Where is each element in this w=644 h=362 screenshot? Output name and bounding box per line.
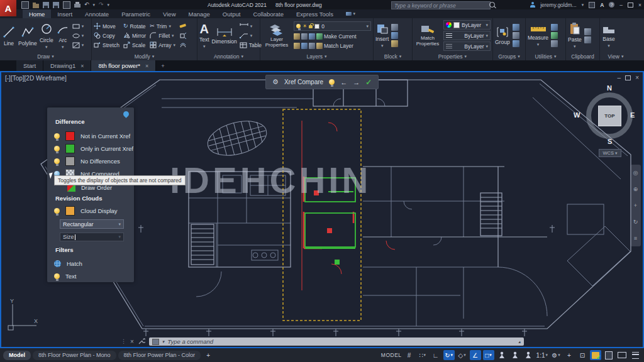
isolate-objects-icon[interactable]: ⊡ — [577, 350, 588, 360]
nav-wheel-icon[interactable]: ◎ — [633, 170, 638, 176]
utility-tool-icon[interactable] — [551, 24, 558, 31]
layer-tool-icon[interactable] — [316, 33, 323, 40]
copy-button[interactable]: Copy — [94, 31, 119, 40]
file-tab-start[interactable]: Start — [16, 60, 43, 71]
save-sheet-icon[interactable] — [603, 350, 614, 360]
layer-tool-icon[interactable] — [309, 43, 315, 49]
new-drawing-tab-button[interactable]: + — [156, 60, 170, 71]
qat-customize-icon[interactable]: ▾ — [108, 3, 110, 8]
zoom-icon[interactable]: + — [634, 202, 637, 209]
clean-screen-icon[interactable] — [616, 350, 628, 360]
redo-icon[interactable]: ↷ — [99, 2, 104, 8]
paste-button[interactable]: Paste ▾ — [568, 23, 582, 49]
offset-tool-icon[interactable] — [179, 41, 187, 49]
file-tab-drawing1[interactable]: Drawing1× — [43, 60, 91, 71]
tab-express-tools[interactable]: Express Tools — [290, 9, 340, 18]
clipboard-tool-icon[interactable] — [584, 36, 591, 43]
bulb-cloud-icon[interactable] — [54, 208, 60, 214]
close-icon[interactable]: × — [145, 63, 148, 69]
panel-label-utilities[interactable]: Utilities▾ — [526, 53, 565, 60]
text-button[interactable]: A Text ▾ — [199, 23, 209, 49]
command-history-icon[interactable] — [152, 339, 159, 345]
gear-icon[interactable]: ⚙ — [272, 78, 279, 86]
group-tool-icon[interactable] — [513, 32, 519, 39]
only-in-current-xref-row[interactable]: Only in Current Xref — [54, 143, 133, 153]
finish-compare-icon[interactable]: ✓ — [365, 78, 372, 87]
annotation-scale-value[interactable]: 1:1▾ — [536, 350, 548, 360]
tab-home[interactable]: Home — [23, 9, 51, 18]
not-in-current-xref-row[interactable]: Not in Current Xref — [54, 131, 130, 141]
command-input[interactable]: ▾ Type a command ▴ — [149, 337, 524, 346]
green-swatch[interactable] — [65, 144, 75, 153]
plot-icon[interactable] — [63, 1, 70, 9]
group-tool-icon[interactable] — [513, 24, 519, 31]
object-snap-toggle[interactable]: □▾ — [483, 350, 494, 360]
scale-button[interactable]: Scale — [123, 41, 146, 49]
object-snap-tracking-toggle[interactable]: ∠ — [470, 350, 481, 360]
panel-label-layers[interactable]: Layers▾ — [260, 53, 373, 60]
panel-label-clipboard[interactable]: Clipboard — [566, 53, 599, 60]
gray-swatch[interactable] — [65, 156, 75, 166]
next-difference-icon[interactable]: → — [353, 79, 360, 86]
tab-annotate[interactable]: Annotate — [79, 9, 115, 18]
layer-tool-icon[interactable] — [309, 33, 315, 40]
match-layer-button[interactable]: Match Layer — [324, 43, 353, 49]
trim-button[interactable]: ✂Trim▾ — [150, 22, 175, 30]
viewcube-top-face[interactable]: TOP — [598, 106, 621, 126]
text-filter-row[interactable]: Text — [54, 271, 76, 281]
undo-dropdown-icon[interactable]: ▾ — [93, 3, 96, 8]
chevron-down-icon[interactable]: ▾ — [62, 45, 64, 50]
minimize-drawing-button[interactable]: – — [618, 74, 621, 81]
tab-output[interactable]: Output — [216, 9, 247, 18]
insert-button[interactable]: Insert ▾ — [375, 23, 389, 48]
viewcube-west[interactable]: W — [574, 111, 580, 119]
ribbon-options-icon[interactable]: ▾ — [340, 9, 362, 18]
group-tool-icon[interactable] — [513, 40, 519, 47]
file-tab-8th-floor-power[interactable]: 8th floor power*× — [91, 60, 156, 71]
linetype-select[interactable]: ByLayer ▾ — [443, 41, 491, 51]
close-button[interactable]: × — [638, 2, 641, 8]
base-button[interactable]: Base ▾ — [602, 23, 616, 48]
panel-label-annotation[interactable]: Annotation▾ — [197, 53, 260, 60]
hatch-filter-row[interactable]: Hatch — [54, 258, 82, 268]
red-swatch[interactable] — [65, 131, 75, 141]
tab-parametric[interactable]: Parametric — [115, 9, 157, 18]
bulb-icon[interactable] — [54, 158, 60, 164]
viewcube-north[interactable]: N — [607, 84, 612, 92]
bulb-icon[interactable] — [54, 133, 60, 139]
layout-tab-mono[interactable]: 8th Floor Power Plan - Mono — [33, 351, 116, 360]
leader-icon[interactable]: ▾ — [240, 31, 262, 40]
close-icon[interactable]: × — [80, 63, 84, 69]
orbit-icon[interactable]: ↻ — [633, 219, 638, 225]
wcs-menu[interactable]: WCS▾ — [599, 149, 621, 157]
panel-label-view[interactable]: View▾ — [600, 53, 631, 60]
new-file-icon[interactable] — [21, 1, 29, 9]
tab-collaborate[interactable]: Collaborate — [247, 9, 290, 18]
block-tool-icon[interactable] — [391, 24, 398, 31]
user-dropdown-icon[interactable]: ▾ — [582, 3, 584, 8]
layer-tool-icon[interactable] — [294, 33, 300, 40]
polar-tracking-toggle[interactable]: ↻▾ — [443, 350, 455, 360]
tab-view[interactable]: View — [157, 9, 182, 18]
ellipse-tool-icon[interactable]: ▾ — [72, 31, 84, 40]
tab-insert[interactable]: Insert — [51, 9, 79, 18]
user-avatar-icon[interactable] — [530, 2, 535, 8]
customize-wrench-icon[interactable] — [138, 338, 145, 345]
match-properties-button[interactable]: Match Properties — [414, 25, 441, 47]
pin-icon[interactable] — [122, 110, 130, 118]
polyline-button[interactable]: Polyline — [18, 25, 37, 47]
minimize-button[interactable]: – — [619, 2, 623, 8]
annotation-scale-icon[interactable] — [523, 350, 534, 360]
group-button[interactable]: Group — [495, 26, 510, 45]
help-icon[interactable]: ? — [609, 2, 614, 8]
panel-label-block[interactable]: Block▾ — [374, 53, 412, 60]
move-button[interactable]: Move — [94, 22, 119, 30]
block-tool-icon[interactable] — [391, 40, 398, 47]
array-button[interactable]: Array▾ — [150, 41, 175, 49]
table-button[interactable]: Table — [240, 41, 262, 49]
block-tool-icon[interactable] — [391, 32, 398, 39]
fillet-button[interactable]: Fillet▾ — [150, 31, 175, 40]
panel-label-modify[interactable]: Modify▾ — [92, 53, 197, 60]
signed-in-user[interactable]: jeremy.goldm... — [540, 2, 576, 8]
open-folder-icon[interactable] — [33, 4, 39, 8]
